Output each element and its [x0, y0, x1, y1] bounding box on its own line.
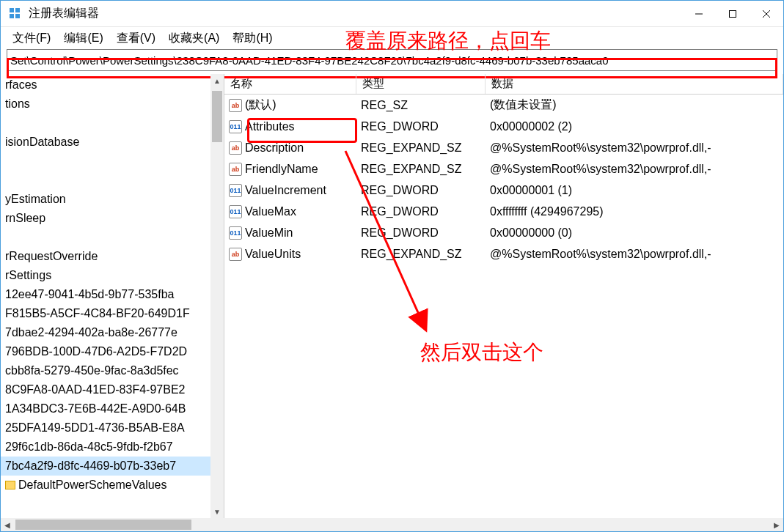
title-bar: 注册表编辑器	[1, 1, 783, 27]
svg-rect-5	[730, 10, 736, 17]
app-icon	[8, 7, 23, 21]
value-data: 0x00000000 (0)	[486, 226, 783, 240]
scroll-track[interactable]	[210, 87, 224, 505]
hscroll-track[interactable]	[14, 518, 770, 531]
value-name: (默认)	[245, 97, 276, 113]
address-input[interactable]	[7, 52, 777, 69]
svg-rect-1	[15, 8, 20, 12]
value-type: REG_DWORD	[356, 226, 486, 240]
value-type: REG_SZ	[356, 99, 486, 112]
reg-dw-icon: 011	[229, 226, 242, 240]
value-type: REG_DWORD	[356, 184, 486, 197]
tree-item[interactable]	[1, 114, 224, 133]
value-data: (数值未设置)	[486, 97, 783, 113]
scroll-right-button[interactable]: ▶	[770, 518, 783, 531]
value-data: @%SystemRoot%\system32\powrprof.dll,-	[486, 163, 783, 176]
list-header: 名称 类型 数据	[224, 74, 783, 95]
tree-item[interactable]: 12ee47-9041-4b5d-9b77-535fba	[1, 285, 224, 304]
value-name: ValueUnits	[245, 248, 301, 261]
reg-dw-icon: 011	[229, 205, 242, 218]
tree-item[interactable]: 796BDB-100D-47D6-A2D5-F7D2D	[1, 342, 224, 361]
tree-pane[interactable]: rfacestions isionDatabase yEstimationrnS…	[1, 74, 224, 518]
reg-dw-icon: 011	[229, 184, 242, 197]
value-name: ValueMin	[245, 226, 293, 240]
address-bar[interactable]	[7, 49, 777, 71]
scroll-thumb[interactable]	[212, 91, 222, 142]
list-pane[interactable]: 名称 类型 数据 ab(默认)REG_SZ(数值未设置)011Attribute…	[224, 74, 783, 518]
registry-value-row[interactable]: 011ValueMinREG_DWORD0x00000000 (0)	[224, 222, 783, 243]
registry-value-row[interactable]: abFriendlyNameREG_EXPAND_SZ@%SystemRoot%…	[224, 158, 783, 180]
close-button[interactable]	[750, 1, 783, 27]
svg-rect-2	[10, 14, 14, 18]
menu-bar: 文件(F) 编辑(E) 查看(V) 收藏夹(A) 帮助(H)	[1, 27, 783, 49]
menu-file[interactable]: 文件(F)	[7, 29, 56, 48]
tree-item[interactable]: rSettings	[1, 266, 224, 285]
value-name: FriendlyName	[245, 163, 318, 176]
menu-help[interactable]: 帮助(H)	[227, 29, 278, 48]
value-type: REG_DWORD	[356, 205, 486, 218]
column-header-name[interactable]: 名称	[224, 74, 356, 94]
tree-item[interactable]: rRequestOverride	[1, 247, 224, 266]
reg-sz-icon: ab	[229, 163, 242, 176]
tree-item[interactable]: rfaces	[1, 75, 224, 95]
tree-item[interactable]	[1, 228, 224, 247]
value-data: @%SystemRoot%\system32\powrprof.dll,-	[486, 141, 783, 155]
scroll-down-button[interactable]: ▼	[210, 505, 224, 518]
tree-item[interactable]: 7dbae2-4294-402a-ba8e-26777e	[1, 323, 224, 342]
menu-edit[interactable]: 编辑(E)	[58, 29, 109, 48]
value-type: REG_EXPAND_SZ	[356, 248, 486, 261]
registry-value-row[interactable]: 011ValueMaxREG_DWORD0xffffffff (42949672…	[224, 201, 783, 222]
tree-item[interactable]: cbb8fa-5279-450e-9fac-8a3d5fec	[1, 361, 224, 380]
svg-rect-3	[15, 14, 20, 18]
tree-item[interactable]: yEstimation	[1, 190, 224, 209]
value-data: @%SystemRoot%\system32\powrprof.dll,-	[486, 248, 783, 261]
hscroll-thumb[interactable]	[15, 520, 191, 530]
tree-item[interactable]: DefaultPowerSchemeValues	[1, 476, 224, 495]
reg-sz-icon: ab	[229, 141, 242, 155]
value-type: REG_EXPAND_SZ	[356, 163, 486, 176]
horizontal-scrollbar[interactable]: ◀ ▶	[1, 518, 783, 531]
scroll-up-button[interactable]: ▲	[210, 74, 224, 87]
tree-item[interactable]: 25DFA149-5DD1-4736-B5AB-E8A	[1, 418, 224, 437]
value-type: REG_EXPAND_SZ	[356, 141, 486, 155]
minimize-button[interactable]	[682, 1, 716, 27]
value-name: Description	[245, 141, 304, 155]
tree-item[interactable]: isionDatabase	[1, 133, 224, 152]
maximize-button[interactable]	[716, 1, 750, 27]
registry-value-row[interactable]: 011ValueIncrementREG_DWORD0x00000001 (1)	[224, 180, 783, 201]
reg-sz-icon: ab	[229, 248, 242, 261]
reg-sz-icon: ab	[229, 99, 242, 112]
reg-dw-icon: 011	[229, 120, 242, 133]
value-name: ValueMax	[245, 205, 296, 218]
folder-icon	[5, 481, 15, 489]
tree-item[interactable]: F815B5-A5CF-4C84-BF20-649D1F	[1, 304, 224, 323]
value-data: 0x00000001 (1)	[486, 184, 783, 197]
tree-item[interactable]: 1A34BDC3-7E6B-442E-A9D0-64B	[1, 399, 224, 418]
menu-favorites[interactable]: 收藏夹(A)	[163, 29, 225, 48]
svg-rect-0	[10, 8, 14, 12]
registry-value-row[interactable]: abDescriptionREG_EXPAND_SZ@%SystemRoot%\…	[224, 137, 783, 158]
tree-item[interactable]: tions	[1, 95, 224, 114]
tree-vertical-scrollbar[interactable]: ▲ ▼	[210, 74, 224, 518]
tree-item[interactable]	[1, 152, 224, 171]
tree-item[interactable]: 7bc4a2f9-d8fc-4469-b07b-33eb7	[1, 457, 224, 476]
tree-item[interactable]: 29f6c1db-86da-48c5-9fdb-f2b67	[1, 437, 224, 457]
value-name: ValueIncrement	[245, 184, 326, 197]
registry-value-row[interactable]: ab(默认)REG_SZ(数值未设置)	[224, 95, 783, 116]
column-header-type[interactable]: 类型	[356, 74, 486, 94]
window-title: 注册表编辑器	[29, 6, 682, 21]
value-data: 0x00000002 (2)	[486, 120, 783, 133]
main-panes: rfacestions isionDatabase yEstimationrnS…	[1, 74, 783, 518]
registry-value-row[interactable]: 011AttributesREG_DWORD0x00000002 (2)	[224, 116, 783, 137]
tree-item[interactable]	[1, 171, 224, 190]
value-data: 0xffffffff (4294967295)	[486, 205, 783, 218]
value-type: REG_DWORD	[356, 120, 486, 133]
registry-value-row[interactable]: abValueUnitsREG_EXPAND_SZ@%SystemRoot%\s…	[224, 243, 783, 265]
menu-view[interactable]: 查看(V)	[111, 29, 161, 48]
column-header-data[interactable]: 数据	[486, 74, 783, 94]
scroll-left-button[interactable]: ◀	[1, 518, 14, 531]
tree-item[interactable]: rnSleep	[1, 209, 224, 228]
value-name: Attributes	[245, 120, 295, 133]
tree-item[interactable]: 8C9FA8-0AAD-41ED-83F4-97BE2	[1, 380, 224, 399]
